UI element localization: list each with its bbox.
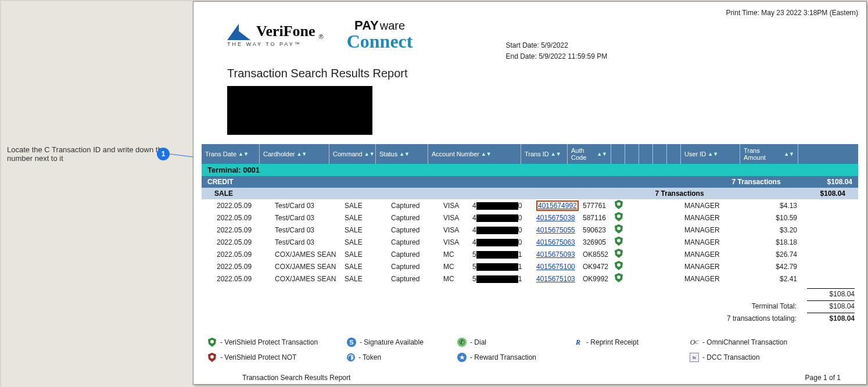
date-range: Start Date: 5/9/2022 End Date: 5/9/2022 …	[505, 40, 607, 62]
col-trans-id[interactable]: Trans ID▲▼	[521, 144, 568, 164]
svg-point-5	[617, 251, 620, 255]
cell-account: 40	[470, 238, 534, 246]
verifone-logo: VeriFone® THE WAY TO PAY™	[227, 21, 324, 47]
legend-reward: ★ - Reward Transaction	[457, 353, 573, 362]
trans-id-link[interactable]: 4015675103	[536, 275, 575, 283]
annotation-text: Locate the C Transaction ID and write do…	[7, 145, 170, 163]
grand-total-amount: $108.04	[807, 313, 855, 322]
col-status[interactable]: Status▲▼	[376, 144, 428, 164]
cell-command: SALE	[342, 250, 389, 259]
redacted-account	[476, 214, 518, 222]
cell-user: MANAGER	[682, 250, 741, 259]
col-trans-amount[interactable]: Trans Amount▲▼	[740, 144, 798, 164]
sort-icon: ▲▼	[238, 152, 249, 156]
legend: - VeriShield Protect Transaction S - Sig…	[202, 338, 858, 362]
report-page: Print Time: May 23 2022 3:18PM (Eastern)…	[193, 1, 867, 385]
data-rows: 2022.05.09Test/Card 03SALECapturedVISA40…	[202, 199, 858, 285]
cell-user: MANAGER	[682, 202, 741, 210]
redacted-account	[476, 251, 518, 259]
verifone-wordmark: VeriFone	[256, 23, 315, 40]
legend-vsp: - VeriShield Protect Transaction	[207, 338, 347, 347]
cell-trans-id: 4015675103	[534, 275, 580, 283]
cell-trans-id: 4015675038	[534, 214, 580, 222]
cell-cardholder: Test/Card 03	[272, 202, 342, 210]
cell-user: MANAGER	[682, 226, 741, 234]
cell-shield	[612, 236, 626, 248]
cell-cardholder: COX/JAMES SEAN	[272, 275, 342, 283]
cell-command: SALE	[342, 214, 389, 222]
annotation-marker: 1	[157, 148, 170, 160]
cell-status: Captured	[389, 226, 441, 234]
credit-amount: $108.04	[827, 178, 852, 186]
cell-command: SALE	[342, 226, 389, 234]
shield-icon	[615, 212, 623, 221]
header-row: VeriFone® THE WAY TO PAY™ PAYware Connec…	[202, 19, 858, 62]
cell-trans-id: 4015675055	[534, 226, 580, 234]
col-blank3	[639, 144, 653, 164]
reprint-icon: R	[573, 338, 583, 347]
cell-shield	[612, 273, 626, 284]
dial-icon: ✆	[457, 338, 467, 347]
trans-id-link[interactable]: 4015675063	[536, 238, 575, 246]
table-row: 2022.05.09Test/Card 03SALECapturedVISA40…	[202, 224, 858, 236]
table-row: 2022.05.09COX/JAMES SEANSALECapturedMC51…	[202, 260, 858, 273]
cell-scheme: MC	[441, 250, 470, 259]
cell-account: 51	[470, 275, 534, 283]
col-command[interactable]: Command▲▼	[329, 144, 376, 164]
cell-amount: $2.41	[741, 275, 799, 283]
shield-icon	[615, 249, 623, 258]
table-row: 2022.05.09COX/JAMES SEANSALECapturedMC51…	[202, 273, 858, 285]
star-icon: ★	[457, 353, 467, 362]
cell-shield	[612, 200, 626, 211]
cell-date: 2022.05.09	[214, 238, 272, 246]
cell-trans-id: 4015674992	[534, 202, 580, 210]
trans-id-link[interactable]: 4015675038	[536, 214, 575, 222]
cell-scheme: MC	[441, 275, 470, 283]
cell-cardholder: COX/JAMES SEAN	[272, 263, 342, 271]
redacted-account	[476, 202, 518, 210]
cell-amount: $26.74	[741, 250, 799, 259]
trans-id-link[interactable]: 4015675055	[536, 226, 575, 234]
cell-scheme: VISA	[441, 238, 470, 246]
sale-count: 7 Transactions	[655, 189, 704, 198]
table-row: 2022.05.09COX/JAMES SEANSALECapturedMC51…	[202, 248, 858, 260]
end-date: End Date: 5/9/2022 11:59:59 PM	[505, 51, 607, 62]
totals-block: $108.04 Terminal Total: $108.04 7 transa…	[202, 288, 858, 322]
cell-date: 2022.05.09	[214, 202, 272, 210]
cell-command: SALE	[342, 202, 389, 210]
col-blank4	[653, 144, 667, 164]
trans-id-link[interactable]: 4015675100	[536, 263, 575, 271]
col-account[interactable]: Account Number▲▼	[428, 144, 521, 164]
col-auth-code[interactable]: Auth Code▲▼	[568, 144, 611, 164]
cell-amount: $18.18	[741, 238, 799, 246]
cell-auth: 577761	[580, 202, 612, 210]
footer-page: Page 1 of 1	[805, 374, 841, 382]
cell-user: MANAGER	[682, 214, 741, 222]
col-user-id[interactable]: User ID▲▼	[681, 144, 740, 164]
col-trans-date[interactable]: Trans Date▲▼	[202, 144, 260, 164]
cell-account: 40	[470, 214, 534, 222]
cell-auth: OK9472	[580, 263, 612, 271]
cell-date: 2022.05.09	[214, 214, 272, 222]
sort-icon: ▲▼	[364, 152, 375, 156]
verifone-tagline: THE WAY TO PAY™	[227, 41, 302, 47]
dcc-icon: fx	[690, 353, 699, 362]
col-cardholder[interactable]: Cardholder▲▼	[260, 144, 329, 164]
trans-id-link[interactable]: 4015675093	[536, 250, 575, 259]
svg-point-2	[617, 214, 620, 218]
shield-icon	[615, 261, 623, 270]
svg-point-3	[617, 227, 620, 230]
trans-id-link[interactable]: 4015674992	[536, 200, 579, 211]
table-row: 2022.05.09Test/Card 03SALECapturedVISA40…	[202, 236, 858, 248]
subtotal: $108.04	[807, 288, 855, 298]
cell-auth: 587116	[580, 214, 612, 222]
table-header: Trans Date▲▼ Cardholder▲▼ Command▲▼ Stat…	[202, 144, 858, 164]
svg-point-4	[617, 239, 620, 242]
cell-status: Captured	[389, 263, 441, 271]
cell-account: 40	[470, 202, 534, 210]
cell-scheme: VISA	[441, 226, 470, 234]
cell-command: SALE	[342, 275, 389, 283]
terminal-total-amount: $108.04	[807, 300, 855, 310]
cell-auth: 326905	[580, 238, 612, 246]
sort-icon: ▲▼	[784, 152, 794, 156]
